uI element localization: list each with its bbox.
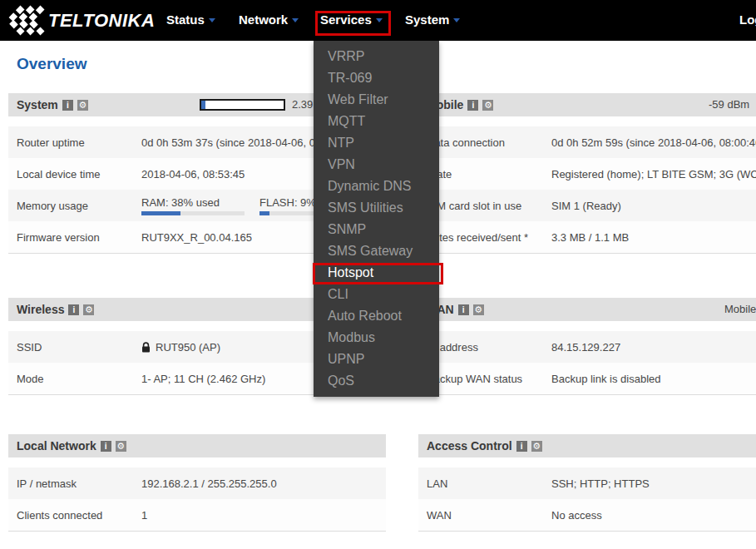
panel-wan-body: IP address 84.15.129.227 Backup WAN stat…: [418, 331, 756, 395]
panel-wan: WAN i ⚙ Mobile IP address 84.15.129.227 …: [418, 298, 756, 395]
panel-access-control: Access Control i ⚙ LAN SSH; HTTP; HTTPS …: [418, 434, 756, 532]
logo-text: TELTONIKA: [48, 10, 155, 32]
row-label: IP / netmask: [17, 477, 141, 490]
panel-title: System: [17, 98, 58, 111]
info-icon[interactable]: i: [101, 441, 111, 452]
row-label: Data connection: [427, 136, 551, 149]
annotation-box-services: [315, 11, 391, 36]
table-row: State Registered (home); LT BITE GSM; 3G…: [418, 158, 756, 190]
table-row: Backup WAN status Backup link is disable…: [418, 363, 756, 394]
teltonika-logo-icon: [7, 5, 45, 36]
row-label: WAN: [427, 509, 551, 522]
row-label: Clients connected: [17, 509, 141, 522]
settings-gear-icon[interactable]: ⚙: [83, 304, 94, 315]
menu-item-tr-069[interactable]: TR-069: [314, 67, 439, 89]
menu-item-qos[interactable]: QoS: [314, 370, 439, 392]
row-label: LAN: [427, 477, 551, 490]
ram-bar-track: [141, 211, 245, 215]
ssid-value: RUT950 (AP): [156, 341, 220, 354]
panel-local-network-body: IP / netmask 192.168.2.1 / 255.255.255.0…: [8, 467, 386, 532]
menu-item-web-filter[interactable]: Web Filter: [314, 89, 439, 111]
nav-label: Network: [239, 12, 288, 27]
nav-menu-status[interactable]: Status: [166, 12, 215, 27]
info-icon[interactable]: i: [62, 100, 73, 111]
cpu-load-bar: [200, 99, 285, 111]
row-label: Router uptime: [17, 136, 141, 149]
nav-label: Status: [166, 12, 205, 27]
table-row: Data connection 0d 0h 52m 59s (since 201…: [418, 126, 756, 158]
menu-item-mqtt[interactable]: MQTT: [314, 111, 439, 132]
panel-title: Wireless: [17, 303, 64, 316]
table-row: Bytes received/sent * 3.3 MB / 1.1 MB: [418, 221, 756, 253]
panel-wan-header: WAN i ⚙ Mobile: [418, 298, 756, 321]
table-row: Clients connected 1: [8, 499, 386, 531]
row-label: Firmware version: [17, 231, 141, 244]
row-label: Bytes received/sent *: [427, 231, 551, 244]
info-icon[interactable]: i: [516, 441, 527, 452]
row-label: Memory usage: [17, 200, 141, 212]
chevron-down-icon: [453, 18, 460, 22]
nav-logout[interactable]: Logout: [739, 12, 756, 27]
panel-title: Access Control: [427, 439, 512, 453]
menu-item-dynamic-dns[interactable]: Dynamic DNS: [314, 176, 439, 197]
signal-strength-value: -59 dBm: [709, 93, 749, 116]
menu-item-auto-reboot[interactable]: Auto Reboot: [314, 305, 439, 327]
row-value: SIM 1 (Ready): [551, 200, 756, 212]
menu-item-cli[interactable]: CLI: [314, 284, 439, 305]
table-row: SIM card slot in use SIM 1 (Ready): [418, 190, 756, 221]
cpu-load-value: 2.39: [292, 93, 313, 116]
menu-item-modbus[interactable]: Modbus: [314, 327, 439, 349]
table-row: IP / netmask 192.168.2.1 / 255.255.255.0: [8, 467, 386, 499]
ram-usage-label: RAM: 38% used: [141, 196, 245, 209]
table-row: LAN SSH; HTTP; HTTPS: [418, 467, 756, 499]
settings-gear-icon[interactable]: ⚙: [482, 100, 493, 111]
menu-item-upnp[interactable]: UPNP: [314, 349, 439, 370]
chevron-down-icon: [209, 18, 215, 22]
cpu-load-bar-fill: [201, 101, 205, 109]
lock-icon: [141, 342, 151, 353]
panel-mobile-header: Mobile i ⚙ -59 dBm: [418, 93, 756, 116]
row-value: 3.3 MB / 1.1 MB: [551, 231, 756, 244]
settings-gear-icon[interactable]: ⚙: [473, 304, 484, 315]
row-value: 1: [141, 509, 378, 522]
nav-menu-system[interactable]: System: [405, 12, 460, 27]
settings-gear-icon[interactable]: ⚙: [77, 100, 88, 111]
ram-usage-meter: RAM: 38% used: [141, 196, 245, 215]
panel-local-network-header: Local Network i ⚙: [8, 434, 386, 458]
menu-item-sms-utilities[interactable]: SMS Utilities: [314, 197, 439, 219]
menu-item-ntp[interactable]: NTP: [314, 132, 439, 154]
info-icon[interactable]: i: [68, 304, 79, 315]
row-label: IP address: [427, 341, 551, 354]
row-label: State: [427, 168, 551, 181]
teltonika-logo[interactable]: TELTONIKA: [7, 5, 155, 36]
menu-item-vrrp[interactable]: VRRP: [314, 46, 439, 67]
annotation-box-hotspot: [313, 263, 443, 284]
row-value: SSH; HTTP; HTTPS: [551, 477, 756, 490]
table-row: WAN No access: [418, 499, 756, 531]
settings-gear-icon[interactable]: ⚙: [531, 441, 542, 452]
info-icon[interactable]: i: [467, 100, 478, 111]
menu-item-sms-gateway[interactable]: SMS Gateway: [314, 240, 439, 262]
wan-type-label: Mobile: [724, 298, 756, 321]
panel-title: Local Network: [17, 439, 96, 453]
row-label: SSID: [17, 341, 141, 354]
row-value: 0d 0h 52m 59s (since 2018-04-06, 08:00:4…: [551, 136, 756, 149]
services-dropdown-menu: VRRP TR-069 Web Filter MQTT NTP VPN Dyna…: [314, 41, 439, 397]
nav-menu-network[interactable]: Network: [239, 12, 299, 27]
row-value: 192.168.2.1 / 255.255.255.0: [141, 477, 378, 490]
menu-item-vpn[interactable]: VPN: [314, 154, 439, 176]
panel-local-network: Local Network i ⚙ IP / netmask 192.168.2…: [8, 434, 386, 532]
panel-access-control-header: Access Control i ⚙: [418, 434, 756, 458]
panel-mobile-body: Data connection 0d 0h 52m 59s (since 201…: [418, 126, 756, 254]
menu-item-snmp[interactable]: SNMP: [314, 219, 439, 240]
row-value: 84.15.129.227: [551, 341, 756, 354]
row-label: SIM card slot in use: [427, 200, 551, 212]
row-value: Registered (home); LT BITE GSM; 3G (WCDM…: [551, 168, 756, 181]
panel-mobile: Mobile i ⚙ -59 dBm Data connection 0d 0h…: [418, 93, 756, 254]
page-title: Overview: [17, 55, 87, 73]
info-icon[interactable]: i: [458, 304, 469, 315]
flash-bar-fill: [259, 211, 269, 215]
settings-gear-icon[interactable]: ⚙: [116, 441, 126, 452]
row-label: Local device time: [17, 168, 141, 181]
table-row: IP address 84.15.129.227: [418, 331, 756, 363]
